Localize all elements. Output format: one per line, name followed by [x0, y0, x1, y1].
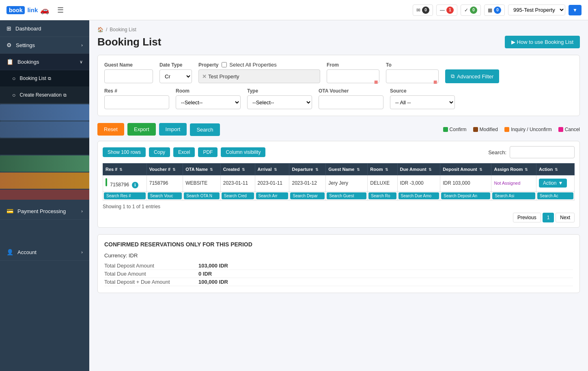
advanced-filter-button[interactable]: ⧉ Advanced Filter: [445, 69, 499, 83]
export-button[interactable]: Export: [127, 123, 156, 136]
sort-deposit[interactable]: ⇅: [479, 168, 482, 172]
sidebar-item-create-reservation[interactable]: ○ Create Reservation ⧉: [0, 87, 89, 104]
select-all-checkbox[interactable]: [222, 62, 227, 67]
next-button[interactable]: Next: [556, 213, 575, 222]
filter-panel: Guest Name Date Type Cr Property Select …: [97, 55, 580, 116]
column-visibility-button[interactable]: Column visibility: [221, 147, 265, 157]
hamburger-icon[interactable]: ☰: [57, 6, 64, 15]
ota-voucher-input[interactable]: [319, 95, 383, 109]
source-group: Source -- All --: [390, 88, 455, 109]
sort-created[interactable]: ⇅: [242, 168, 245, 172]
create-reservation-ext-icon: ⧉: [63, 93, 67, 98]
sidebar-item-payment[interactable]: 💳 Payment Processing ›: [0, 203, 89, 220]
sort-ota[interactable]: ⇅: [210, 168, 213, 172]
sort-voucher[interactable]: ⇅: [172, 168, 176, 172]
search-room-button[interactable]: Search Ro: [368, 192, 396, 199]
nav-mail-badge[interactable]: ✉ 0: [413, 4, 433, 16]
room-select[interactable]: --Select--: [176, 95, 241, 109]
nav-dash-badge[interactable]: — 1: [436, 4, 457, 16]
info-icon[interactable]: ℹ: [132, 182, 138, 188]
page-1-button[interactable]: 1: [543, 213, 554, 222]
show-rows-button[interactable]: Show 100 rows: [103, 147, 146, 157]
search-ota-button[interactable]: Search OTA N: [184, 192, 220, 199]
summary-currency: Currency: IDR: [104, 252, 573, 259]
account-icon: 👤: [6, 249, 13, 255]
sort-due[interactable]: ⇅: [429, 168, 432, 172]
sort-room[interactable]: ⇅: [385, 168, 388, 172]
inquiry-label: Inquiry / Unconfirm: [511, 127, 552, 132]
how-to-button[interactable]: ▶ How to use Booking List: [505, 36, 580, 48]
search-action-button[interactable]: Search Ac: [537, 192, 573, 199]
type-select[interactable]: --Select--: [247, 95, 312, 109]
col-arrival: Arrival ⇅: [255, 164, 289, 175]
table-search-input[interactable]: [510, 146, 575, 158]
excel-button[interactable]: Excel: [173, 147, 195, 157]
main-content: 🏠 / Booking List Booking List ▶ How to u…: [89, 20, 588, 371]
mail-icon: ✉: [416, 7, 420, 13]
summary-section: CONFIRMED RESERVATIONS ONLY FOR THIS PER…: [97, 234, 580, 293]
sort-res[interactable]: ⇅: [119, 168, 123, 172]
property-group: Property Select All Properties ✕ Test Pr…: [198, 62, 320, 83]
property-dropdown[interactable]: 995-Test Property: [508, 4, 565, 15]
sidebar-item-account[interactable]: 👤 Account ›: [0, 244, 89, 261]
sidebar-item-bookings[interactable]: 📋 Bookings ∨: [0, 54, 89, 70]
breadcrumb: 🏠 / Booking List: [97, 27, 580, 32]
cell-action: Action ▼: [536, 175, 575, 192]
guest-name-input[interactable]: [104, 69, 153, 83]
home-icon[interactable]: 🏠: [97, 27, 103, 32]
sidebar-item-dashboard[interactable]: ⊞ Dashboard: [0, 20, 89, 37]
search-deposit-button[interactable]: Search Deposit An: [441, 192, 490, 199]
search-assign-button[interactable]: Search Asi: [492, 192, 535, 199]
nav-calendar-badge[interactable]: ▦ 0: [484, 4, 505, 16]
legend-inquiry: Inquiry / Unconfirm: [504, 127, 552, 132]
search-label: Search:: [488, 149, 506, 155]
settings-arrow-icon: ›: [81, 43, 83, 47]
sort-action[interactable]: ⇅: [555, 168, 558, 172]
sidebar-booking-list-label: Booking List: [19, 75, 46, 81]
date-type-select[interactable]: Cr: [159, 69, 192, 83]
property-tag: ✕ Test Property: [198, 69, 320, 83]
date-type-label: Date Type: [159, 62, 192, 68]
cell-status-res: 7158796 ℹ: [103, 175, 147, 192]
reset-button[interactable]: Reset: [97, 123, 124, 136]
previous-button[interactable]: Previous: [513, 213, 541, 222]
from-date-input[interactable]: [327, 69, 379, 83]
table-row: 7158796 ℹ 7158796 WEBSITE 2023-01-11 202…: [103, 175, 575, 192]
search-arrival-button[interactable]: Search Arr: [256, 192, 289, 199]
sidebar-item-booking-list[interactable]: ○ Booking List ⧉: [0, 70, 89, 87]
sort-arrival[interactable]: ⇅: [274, 168, 277, 172]
pdf-button[interactable]: PDF: [198, 147, 218, 157]
nav-check-badge[interactable]: ✓ 0: [461, 4, 481, 16]
to-calendar-icon[interactable]: ▦: [433, 80, 437, 84]
col-due: Due Amount ⇅: [397, 164, 440, 175]
res-input[interactable]: 7158796: [104, 95, 169, 109]
copy-button[interactable]: Copy: [149, 147, 170, 157]
search-voucher-button[interactable]: Search Vouc: [148, 192, 182, 199]
to-date-input[interactable]: [386, 69, 439, 83]
search-created-button[interactable]: Search Cred: [222, 192, 254, 199]
from-calendar-icon[interactable]: ▦: [374, 80, 378, 84]
filter-row-2: Res # 7158796 Room --Select-- Type --Sel…: [104, 88, 573, 109]
search-due-button[interactable]: Search Due Amo: [398, 192, 439, 199]
source-select[interactable]: -- All --: [390, 95, 455, 109]
sort-guest[interactable]: ⇅: [357, 168, 360, 172]
sidebar-blurred-1: [0, 104, 89, 121]
inquiry-dot: [504, 127, 509, 132]
remove-property-icon[interactable]: ✕: [202, 73, 207, 80]
sidebar-item-settings[interactable]: ⚙ Settings ›: [0, 37, 89, 54]
sidebar-sub-bookings: ○ Booking List ⧉ ○ Create Reservation ⧉: [0, 70, 89, 104]
from-date-wrapper: ▦: [327, 69, 379, 83]
search-cell-ota: Search OTA N: [183, 191, 221, 200]
cell-arrival: 2023-01-11: [255, 175, 289, 192]
search-res-button[interactable]: Search Res #: [104, 192, 146, 199]
search-departure-button[interactable]: Search Depar: [290, 192, 325, 199]
search-guest-button[interactable]: Search Guest: [327, 192, 366, 199]
property-arrow-button[interactable]: ▼: [569, 5, 582, 15]
sort-assign[interactable]: ⇅: [525, 168, 528, 172]
table-search: Search:: [488, 146, 575, 158]
search-button[interactable]: Search: [190, 123, 220, 136]
sort-departure[interactable]: ⇅: [315, 168, 319, 172]
import-button[interactable]: Import: [159, 123, 187, 136]
action-button[interactable]: Action ▼: [539, 179, 567, 188]
col-room: Room ⇅: [368, 164, 397, 175]
